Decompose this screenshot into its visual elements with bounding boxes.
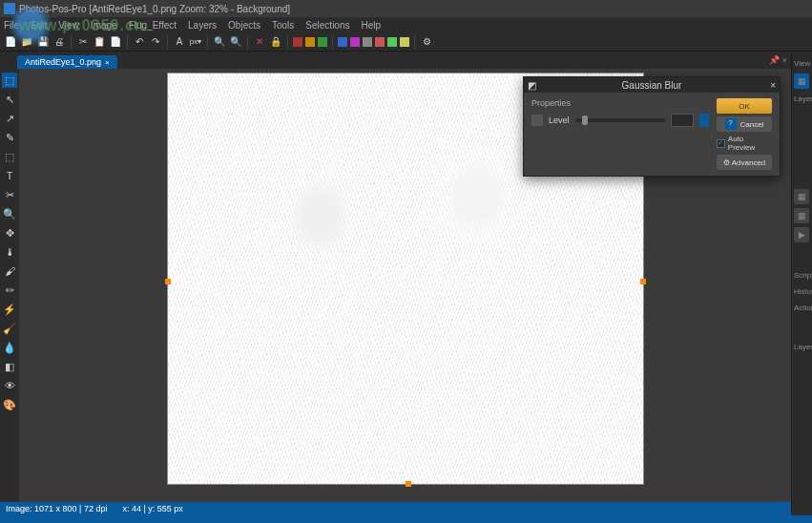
pen-tool-icon[interactable]: ✎ <box>2 130 17 145</box>
pencil-tool-icon[interactable]: ✏ <box>2 282 17 298</box>
panel-tab-view[interactable]: View <box>794 57 810 70</box>
menu-bar: File Edit View Image Flug_Effect Layers … <box>0 17 812 32</box>
scissors-tool-icon[interactable]: ✂ <box>2 187 17 202</box>
separator <box>207 35 208 49</box>
separator <box>127 35 128 49</box>
menu-edit[interactable]: Edit <box>31 20 47 31</box>
menu-flugeffect[interactable]: Flug_Effect <box>129 20 177 31</box>
checkbox-icon[interactable]: ✓ <box>717 139 725 148</box>
panel-icon[interactable]: ▦ <box>794 189 809 204</box>
swatch-icon[interactable] <box>293 37 302 47</box>
status-cursor: x: 44 | y: 555 px <box>122 504 182 513</box>
undo-icon[interactable]: ↶ <box>133 35 146 49</box>
open-icon[interactable]: 📁 <box>20 35 33 49</box>
print-icon[interactable]: 🖨 <box>52 35 66 49</box>
cut-icon[interactable]: ✂ <box>76 35 90 49</box>
advanced-button[interactable]: ⚙Advanced <box>717 155 772 170</box>
swatch-icon[interactable] <box>305 37 315 47</box>
ok-button[interactable]: OK <box>717 98 772 114</box>
menu-image[interactable]: Image <box>91 20 117 31</box>
panel-tab-scripting[interactable]: Scripting <box>794 269 810 282</box>
pointer-tool-icon[interactable]: ↗ <box>2 111 17 126</box>
level-icon <box>531 115 543 126</box>
units-icon[interactable]: px▾ <box>189 35 202 49</box>
dialog-close-icon[interactable]: × <box>770 80 776 91</box>
panel-icon[interactable]: ▦ <box>794 208 809 223</box>
brush-tool-icon[interactable]: 🖌 <box>2 263 17 279</box>
menu-tools[interactable]: Tools <box>272 20 294 31</box>
eraser-tool-icon[interactable]: 🧹 <box>2 321 17 336</box>
redeye-tool-icon[interactable]: 👁 <box>2 378 17 393</box>
zoomout-icon[interactable]: 🔍 <box>229 35 242 49</box>
panel-tab-history[interactable]: History <box>794 285 810 298</box>
auto-preview-checkbox[interactable]: ✓ Auto Preview <box>717 135 772 152</box>
paste-icon[interactable]: 📄 <box>109 35 122 49</box>
menu-selections[interactable]: Selections <box>305 20 349 31</box>
panel-tab-actions[interactable]: Actions <box>794 302 810 314</box>
text-icon[interactable]: A <box>173 35 186 49</box>
selection-tool-icon[interactable]: ⬚ <box>2 73 17 88</box>
zoom-tool-icon[interactable]: 🔍 <box>2 206 17 221</box>
right-sidebar: View ▦ Layers ▦ ▦ ▶ Scripting History Ac… <box>791 53 812 512</box>
separator <box>332 35 333 49</box>
zoomin-icon[interactable]: 🔍 <box>213 35 226 49</box>
menu-layers[interactable]: Layers <box>188 20 217 31</box>
menu-help[interactable]: Help <box>361 20 381 31</box>
save-icon[interactable]: 💾 <box>36 35 50 49</box>
lock-icon[interactable]: 🔒 <box>269 35 282 49</box>
menu-objects[interactable]: Objects <box>228 20 260 31</box>
gaussian-blur-dialog: ◩ Gaussian Blur × Properties Level ·····… <box>523 76 781 177</box>
level-input[interactable] <box>671 114 694 127</box>
title-bar: Photos-Pos-Pro [AntiRedEye1_0.png Zoom: … <box>0 0 812 17</box>
menu-file[interactable]: File <box>4 20 19 31</box>
tab-close-icon[interactable]: × <box>105 58 110 67</box>
level-spinner[interactable] <box>699 114 709 127</box>
info-icon: ? <box>725 118 737 130</box>
dialog-titlebar[interactable]: ◩ Gaussian Blur × <box>524 77 780 93</box>
swatch-icon[interactable] <box>318 37 327 47</box>
swatch-icon[interactable] <box>375 37 385 47</box>
swatch-icon[interactable] <box>400 37 409 47</box>
document-tab[interactable]: AntiRedEye1_0.png × <box>17 55 117 69</box>
tab-filename: AntiRedEye1_0.png <box>25 57 101 67</box>
main-toolbar: 📄 📁 💾 🖨 ✂ 📋 📄 ↶ ↷ A px▾ 🔍 🔍 ✕ 🔒 ⚙ <box>0 32 812 52</box>
eyedropper-tool-icon[interactable]: 🌡 <box>2 244 17 260</box>
redo-icon[interactable]: ↷ <box>149 35 162 49</box>
color-tool-icon[interactable]: 🎨 <box>2 397 17 412</box>
separator <box>167 35 168 49</box>
gradient-tool-icon[interactable]: ◧ <box>2 359 17 374</box>
swatch-icon[interactable] <box>387 37 397 47</box>
blur-tool-icon[interactable]: 💧 <box>2 340 17 355</box>
dialog-title: Gaussian Blur <box>622 80 682 91</box>
panel-tab-layers[interactable]: Layers <box>794 93 810 105</box>
layers-panel-icon[interactable]: ▦ <box>794 73 809 89</box>
gear-icon[interactable]: ⚙ <box>420 35 433 49</box>
document-tab-bar: AntiRedEye1_0.png × <box>0 52 812 69</box>
hand-tool-icon[interactable]: ✥ <box>2 225 17 241</box>
panel-tab-layers2[interactable]: Layers <box>794 341 810 353</box>
left-toolbox: ⬚ ↖ ↗ ✎ ⬚ T ✂ 🔍 ✥ 🌡 🖌 ✏ ⚡ 🧹 💧 ◧ 👁 🎨 <box>0 69 19 508</box>
status-bar: Image: 1071 x 800 | 72 dpi x: 44 | y: 55… <box>0 502 791 515</box>
panel-pin-icon[interactable]: 📌 × <box>769 55 787 65</box>
panel-icon[interactable]: ▶ <box>794 227 809 242</box>
swatch-icon[interactable] <box>350 37 360 47</box>
separator <box>287 35 288 49</box>
swatch-icon[interactable] <box>338 37 347 47</box>
separator <box>247 35 248 49</box>
level-label: Level <box>549 115 570 125</box>
new-icon[interactable]: 📄 <box>4 35 17 49</box>
swatch-icon[interactable] <box>363 37 372 47</box>
bottom-strip <box>0 515 812 523</box>
move-tool-icon[interactable]: ↖ <box>2 92 17 107</box>
close-icon[interactable]: ✕ <box>253 35 266 49</box>
wand-tool-icon[interactable]: ⚡ <box>2 302 17 317</box>
text-tool-icon[interactable]: T <box>2 168 17 183</box>
dialog-icon: ◩ <box>528 80 537 90</box>
separator <box>71 35 72 49</box>
menu-view[interactable]: View <box>58 20 79 31</box>
level-slider[interactable]: ········· <box>575 118 665 122</box>
cancel-button[interactable]: ?Cancel <box>717 116 772 132</box>
copy-icon[interactable]: 📋 <box>93 35 106 49</box>
shape-tool-icon[interactable]: ⬚ <box>2 149 17 164</box>
properties-label: Properties <box>531 98 709 108</box>
